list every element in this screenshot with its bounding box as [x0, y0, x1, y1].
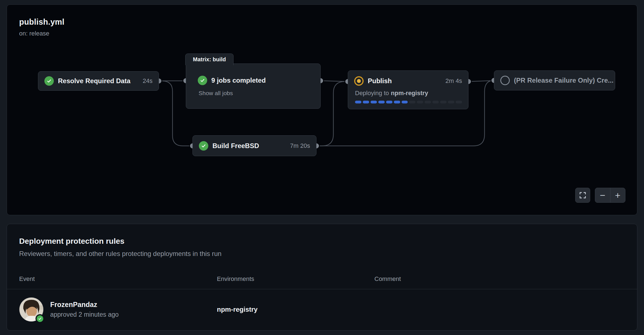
edge-freebsd-to-publish [316, 82, 348, 146]
progress-segment [371, 101, 377, 103]
job-node-title: Resolve Required Data [58, 77, 130, 85]
column-header-environments: Environments [217, 275, 374, 283]
progress-segment [440, 101, 447, 103]
workflow-edges [7, 5, 638, 215]
avatar [19, 297, 44, 322]
rules-heading: Deployment protection rules [19, 237, 625, 246]
job-duration: 2m 4s [445, 77, 462, 85]
user-name: FrozenPandaz [50, 301, 119, 309]
job-node-matrix-build[interactable]: 9 jobs completed Show all jobs [186, 64, 321, 109]
show-all-jobs-link[interactable]: Show all jobs [199, 90, 314, 97]
job-node-title: Publish [368, 77, 392, 85]
approval-status: approved 2 minutes ago [50, 311, 119, 318]
success-check-icon [198, 76, 207, 85]
matrix-group-tab: Matrix: build [185, 54, 234, 65]
approved-check-icon [36, 314, 44, 323]
environment-cell: npm-registry [217, 306, 374, 313]
progress-segment [448, 101, 454, 103]
fit-to-window-icon [579, 192, 586, 199]
zoom-out-button[interactable]: − [595, 188, 610, 202]
progress-segment [355, 101, 361, 103]
job-duration: 7m 20s [290, 142, 310, 149]
rules-subheading: Reviewers, timers, and other rules prote… [19, 250, 625, 258]
job-node-build-freebsd[interactable]: Build FreeBSD 7m 20s [192, 135, 316, 156]
matrix-tab-label: Matrix: build [193, 56, 226, 63]
progress-segment [378, 101, 385, 103]
in-progress-icon [354, 76, 364, 86]
job-duration: 24s [143, 77, 153, 85]
column-header-event: Event [19, 275, 217, 283]
progress-segment [402, 101, 408, 103]
job-node-resolve-required-data[interactable]: Resolve Required Data 24s [38, 71, 159, 91]
success-check-icon [199, 141, 208, 151]
deploy-environment: npm-registry [391, 90, 428, 97]
graph-controls: − + [575, 188, 625, 203]
event-details: FrozenPandaz approved 2 minutes ago [50, 301, 119, 318]
table-row: FrozenPandaz approved 2 minutes ago npm-… [7, 289, 637, 329]
deployment-protection-panel: Deployment protection rules Reviewers, t… [7, 224, 637, 331]
deploy-progress-bar [355, 101, 462, 103]
deploy-status-line: Deploying tonpm-registry [355, 90, 462, 97]
rules-header: Deployment protection rules Reviewers, t… [7, 224, 637, 258]
zoom-button-group: − + [595, 188, 625, 203]
matrix-summary: 9 jobs completed [211, 77, 266, 84]
job-node-title: Build FreeBSD [212, 142, 259, 150]
progress-segment [425, 101, 431, 103]
deploy-prefix: Deploying to [355, 90, 389, 97]
job-node-publish[interactable]: Publish 2m 4s Deploying tonpm-registry [348, 70, 468, 109]
progress-segment [394, 101, 400, 103]
progress-segment [386, 101, 392, 103]
progress-segment [417, 101, 423, 103]
progress-segment [363, 101, 369, 103]
table-header-row: Event Environments Comment [7, 269, 637, 289]
progress-segment [432, 101, 439, 103]
zoom-in-button[interactable]: + [610, 188, 625, 202]
column-header-comment: Comment [374, 275, 625, 283]
job-node-pr-release-failure[interactable]: (PR Release Failure Only) Cre... [494, 70, 615, 90]
fit-to-window-button[interactable] [575, 188, 590, 203]
progress-segment [456, 101, 462, 103]
pending-circle-icon [500, 76, 510, 85]
workflow-graph-panel: publish.yml on: release Resolve Required [7, 4, 637, 215]
protection-rules-table: Event Environments Comment [7, 269, 637, 329]
event-cell: FrozenPandaz approved 2 minutes ago [19, 297, 217, 322]
success-check-icon [44, 76, 54, 86]
progress-segment [409, 101, 415, 103]
job-node-title: (PR Release Failure Only) Cre... [514, 77, 613, 84]
